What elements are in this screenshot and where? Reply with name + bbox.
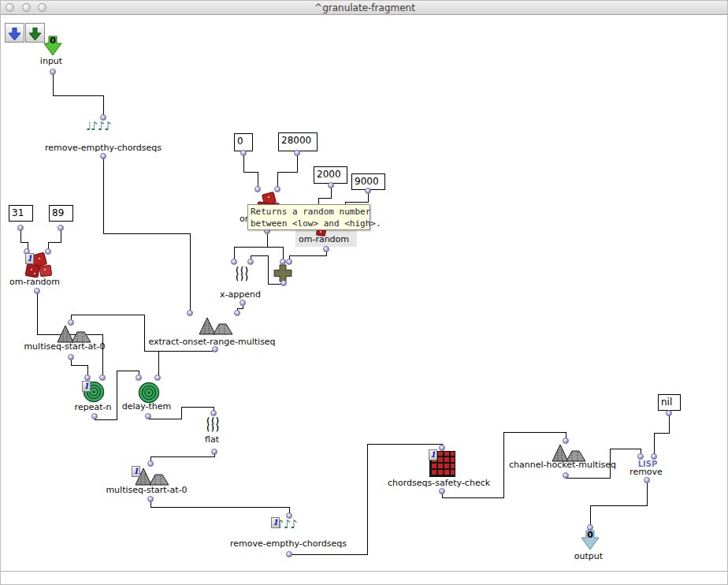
inlet-dot[interactable] bbox=[651, 453, 657, 460]
eval-once-badge: 1 bbox=[429, 449, 437, 460]
inlet-dot[interactable] bbox=[84, 374, 91, 381]
outlet-dot[interactable] bbox=[17, 225, 24, 231]
inlet-dot[interactable] bbox=[210, 410, 217, 416]
inlet-dot[interactable] bbox=[254, 186, 261, 192]
patch-cord[interactable] bbox=[20, 229, 28, 251]
inlet-dot[interactable] bbox=[563, 438, 569, 444]
inlet-dot[interactable] bbox=[136, 374, 142, 381]
tooltip-line2: between <low> and <high>. bbox=[251, 218, 367, 229]
outlet-dot[interactable] bbox=[34, 288, 40, 294]
outlet-dot[interactable] bbox=[100, 153, 106, 159]
input-badge: 0 bbox=[47, 35, 58, 46]
outlet-dot[interactable] bbox=[286, 551, 292, 557]
outlet-dot[interactable] bbox=[58, 225, 64, 231]
outlet-dot[interactable] bbox=[666, 410, 672, 416]
inlet-dot[interactable] bbox=[100, 114, 106, 121]
patch-cord[interactable] bbox=[150, 500, 289, 515]
outlet-dot[interactable] bbox=[68, 354, 74, 360]
multiseq-patch-icon[interactable] bbox=[548, 442, 587, 466]
patch-cord[interactable] bbox=[590, 481, 647, 526]
inlet-dot[interactable] bbox=[147, 460, 154, 467]
inlet-dot[interactable] bbox=[439, 445, 445, 451]
patch-cord[interactable] bbox=[289, 250, 326, 261]
patch-cord[interactable] bbox=[267, 232, 283, 261]
inlet-dot[interactable] bbox=[231, 259, 237, 265]
output-badge: 0 bbox=[585, 530, 596, 540]
inlet-dot[interactable] bbox=[286, 512, 292, 519]
patch-cords-layer bbox=[1, 1, 728, 585]
patch-cord[interactable] bbox=[243, 154, 258, 188]
tooltip-line1: Returns a random number bbox=[251, 206, 367, 218]
patch-cord[interactable] bbox=[71, 315, 215, 351]
outlet-dot[interactable] bbox=[328, 182, 334, 188]
multiseq-patch-icon[interactable] bbox=[53, 323, 92, 347]
outlet-dot[interactable] bbox=[147, 496, 154, 502]
patch-cord[interactable] bbox=[48, 229, 61, 251]
eval-once-badge: 1 bbox=[25, 253, 34, 264]
patch-cord[interactable] bbox=[654, 414, 669, 456]
outlet-dot[interactable] bbox=[211, 449, 217, 455]
patch-cord[interactable] bbox=[53, 72, 103, 117]
tooltip: Returns a random number between <low> an… bbox=[247, 204, 370, 230]
eval-once-badge: 1 bbox=[82, 381, 91, 392]
patch-cord[interactable] bbox=[103, 157, 190, 312]
patch-cord[interactable] bbox=[150, 453, 214, 463]
patch-cord[interactable] bbox=[71, 358, 87, 377]
outlet-dot[interactable] bbox=[439, 488, 445, 494]
outlet-dot[interactable] bbox=[563, 472, 569, 479]
outlet-dot[interactable] bbox=[323, 246, 329, 252]
list-icon-bottom: ()) bbox=[230, 274, 254, 281]
inlet-dot[interactable] bbox=[280, 259, 286, 265]
outlet-dot[interactable] bbox=[280, 280, 287, 286]
spiral-icon[interactable] bbox=[138, 382, 160, 407]
multiseq-patch-icon[interactable] bbox=[195, 315, 234, 339]
outlet-dot[interactable] bbox=[365, 188, 371, 194]
outlet-dot[interactable] bbox=[240, 300, 246, 306]
patch-window: ^granulate-fragment 0 input ♩♪♪♪ remove-… bbox=[0, 0, 728, 585]
inlet-dot[interactable] bbox=[68, 319, 74, 326]
inlet-dot[interactable] bbox=[637, 453, 644, 460]
eval-once-badge: 1 bbox=[132, 466, 140, 477]
inlet-dot[interactable] bbox=[45, 248, 51, 255]
outlet-dot[interactable] bbox=[50, 69, 56, 75]
patch-cord[interactable] bbox=[289, 444, 442, 554]
list-icon[interactable]: (() ()) bbox=[201, 417, 225, 431]
patch-cord[interactable] bbox=[158, 351, 215, 377]
outlet-dot[interactable] bbox=[145, 413, 151, 419]
chordseq-notes-icon[interactable]: ♩♪♪♪ bbox=[86, 121, 111, 132]
outlet-dot[interactable] bbox=[91, 413, 98, 419]
list-icon-bottom: ()) bbox=[201, 424, 225, 431]
patch-cord[interactable] bbox=[277, 154, 297, 188]
eval-once-badge: 1 bbox=[271, 517, 280, 528]
inlet-dot[interactable] bbox=[99, 374, 106, 381]
inlet-dot[interactable] bbox=[187, 310, 193, 316]
outlet-dot[interactable] bbox=[240, 150, 247, 156]
inlet-dot[interactable] bbox=[286, 259, 292, 265]
outlet-dot[interactable] bbox=[294, 150, 300, 156]
outlet-dot[interactable] bbox=[212, 346, 218, 352]
inlet-dot[interactable] bbox=[234, 310, 240, 316]
inlet-dot[interactable] bbox=[274, 186, 280, 192]
inlet-dot[interactable] bbox=[154, 374, 161, 381]
list-icon[interactable]: (() ()) bbox=[230, 266, 254, 281]
outlet-dot[interactable] bbox=[644, 477, 650, 483]
inlet-dot[interactable] bbox=[247, 259, 254, 265]
